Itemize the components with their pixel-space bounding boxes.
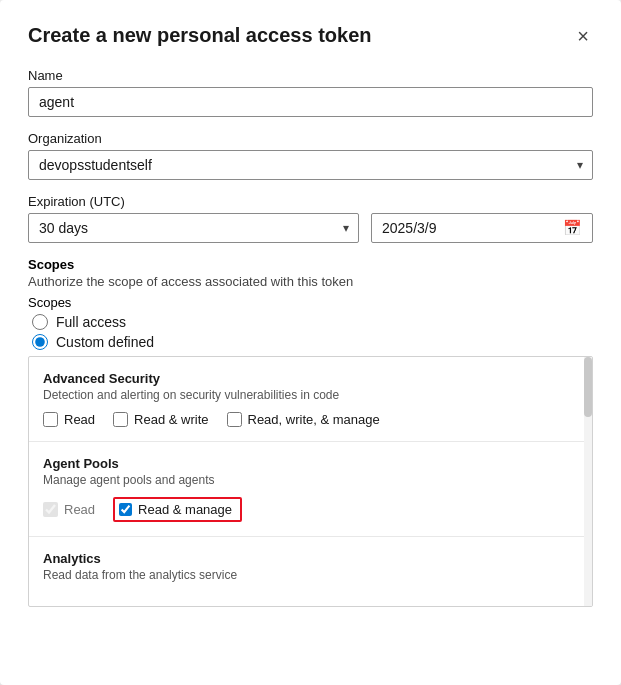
expiration-label: Expiration (UTC)	[28, 194, 593, 209]
full-access-label: Full access	[56, 314, 126, 330]
org-field-group: Organization devopsstudentself ▾	[28, 131, 593, 180]
expiration-row: 30 days 60 days 90 days Custom defined ▾…	[28, 213, 593, 243]
advsec-readwrite-checkbox[interactable]	[113, 412, 128, 427]
advsec-manage-checkbox[interactable]	[227, 412, 242, 427]
scopes-section: Scopes Authorize the scope of access ass…	[28, 257, 593, 350]
scopes-title: Scopes	[28, 257, 593, 272]
advsec-readwrite-item: Read & write	[113, 412, 208, 427]
scopes-label: Scopes	[28, 295, 593, 310]
org-select[interactable]: devopsstudentself	[28, 150, 593, 180]
advsec-manage-label: Read, write, & manage	[248, 412, 380, 427]
agentpool-read-item: Read	[43, 502, 95, 517]
full-access-radio[interactable]	[32, 314, 48, 330]
analytics-desc: Read data from the analytics service	[43, 568, 576, 582]
agentpool-manage-label: Read & manage	[138, 502, 232, 517]
modal-header: Create a new personal access token ×	[28, 24, 593, 48]
scroll-thumb[interactable]	[584, 357, 592, 417]
agent-pools-desc: Manage agent pools and agents	[43, 473, 576, 487]
agent-pools-section: Agent Pools Manage agent pools and agent…	[29, 442, 592, 537]
name-input[interactable]	[28, 87, 593, 117]
agentpool-manage-checkbox[interactable]	[119, 503, 132, 516]
advanced-security-desc: Detection and alerting on security vulne…	[43, 388, 576, 402]
advsec-read-checkbox[interactable]	[43, 412, 58, 427]
custom-defined-label: Custom defined	[56, 334, 154, 350]
advsec-readwrite-label: Read & write	[134, 412, 208, 427]
agent-pools-checkboxes: Read Read & manage	[43, 497, 576, 522]
calendar-icon: 📅	[563, 219, 582, 237]
expiration-days-select[interactable]: 30 days 60 days 90 days Custom defined	[28, 213, 359, 243]
expiration-field-group: Expiration (UTC) 30 days 60 days 90 days…	[28, 194, 593, 243]
advsec-manage-item: Read, write, & manage	[227, 412, 380, 427]
modal-container: Create a new personal access token × Nam…	[0, 0, 621, 685]
close-button[interactable]: ×	[573, 24, 593, 48]
agent-pools-title: Agent Pools	[43, 456, 576, 471]
org-select-wrapper: devopsstudentself ▾	[28, 150, 593, 180]
expiration-date-wrapper: 📅	[371, 213, 593, 243]
name-field-group: Name	[28, 68, 593, 117]
advanced-security-checkboxes: Read Read & write Read, write, & manage	[43, 412, 576, 427]
analytics-section: Analytics Read data from the analytics s…	[29, 537, 592, 606]
scroll-track	[584, 357, 592, 606]
expiration-days-wrapper: 30 days 60 days 90 days Custom defined ▾	[28, 213, 359, 243]
modal-title: Create a new personal access token	[28, 24, 372, 47]
full-access-row: Full access	[32, 314, 593, 330]
analytics-title: Analytics	[43, 551, 576, 566]
agentpool-read-checkbox	[43, 502, 58, 517]
scopes-desc: Authorize the scope of access associated…	[28, 274, 593, 289]
expiration-date-input[interactable]	[382, 220, 557, 236]
agentpool-manage-highlighted: Read & manage	[113, 497, 242, 522]
advanced-security-section: Advanced Security Detection and alerting…	[29, 357, 592, 442]
advsec-read-label: Read	[64, 412, 95, 427]
custom-defined-radio[interactable]	[32, 334, 48, 350]
advsec-read-item: Read	[43, 412, 95, 427]
org-label: Organization	[28, 131, 593, 146]
custom-defined-row: Custom defined	[32, 334, 593, 350]
scopes-scrollable: Advanced Security Detection and alerting…	[28, 356, 593, 607]
name-label: Name	[28, 68, 593, 83]
advanced-security-title: Advanced Security	[43, 371, 576, 386]
agentpool-read-label: Read	[64, 502, 95, 517]
